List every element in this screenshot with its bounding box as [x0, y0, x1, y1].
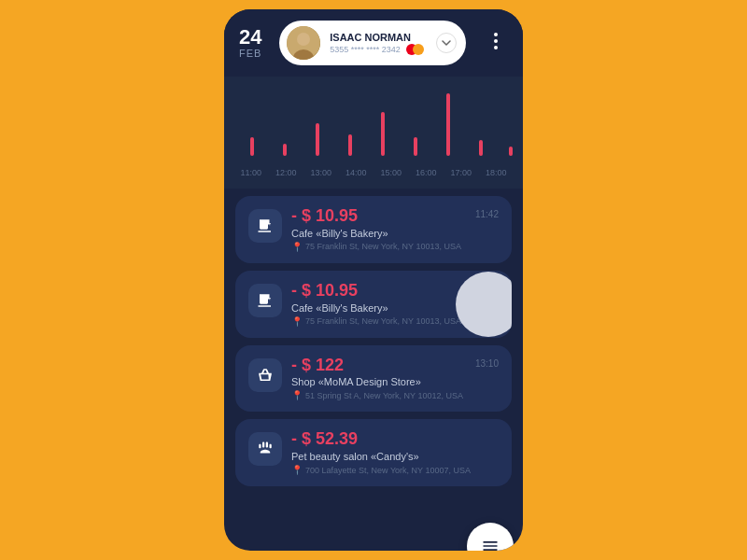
svg-point-5	[494, 46, 498, 49]
transaction-list: - $ 10.95 Cafe «Billy's Bakery» 📍 75 Fra…	[224, 189, 523, 551]
transaction-address-1: 📍 75 Franklin St, New York, NY 10013, US…	[291, 242, 499, 252]
transaction-amount-3: - $ 122	[291, 357, 499, 375]
date-block: 24 FEB	[239, 27, 261, 59]
transaction-card-4[interactable]: - $ 52.39 Pet beauty salon «Candy's» 📍 7…	[235, 419, 512, 486]
transaction-card-3[interactable]: - $ 122 Shop «MoMA Design Store» 📍 51 Sp…	[235, 345, 512, 413]
chart-label-1700: 17:00	[450, 168, 472, 177]
transaction-card-2[interactable]: - $ 10.95 Cafe «Billy's Bakery» 📍 75 Fra…	[235, 271, 512, 338]
menu-icon	[481, 537, 500, 551]
transaction-icon-4	[248, 432, 282, 466]
transaction-address-3: 📍 51 Spring St A, New York, NY 10012, US…	[291, 390, 499, 400]
transaction-icon-3	[248, 358, 282, 392]
svg-rect-8	[316, 123, 319, 156]
transaction-details-1: - $ 10.95 Cafe «Billy's Bakery» 📍 75 Fra…	[291, 207, 499, 252]
header: 24 FEB ISAAC NORMAN 5355 **** **** 2342	[224, 9, 523, 77]
avatar	[287, 26, 320, 60]
transaction-details-4: - $ 52.39 Pet beauty salon «Candy's» 📍 7…	[291, 430, 499, 475]
chart-area: 11:00 12:00 13:00 14:00 15:00 16:00 17:0…	[224, 77, 523, 189]
chart-label-1800: 18:00	[486, 168, 507, 177]
svg-rect-6	[250, 137, 254, 156]
date-month: FEB	[239, 48, 261, 59]
chart-label-1100: 11:00	[240, 168, 261, 177]
pin-icon-4: 📍	[291, 465, 303, 475]
svg-point-4	[494, 39, 498, 43]
transaction-amount-4: - $ 52.39	[291, 430, 499, 449]
pin-icon-3: 📍	[291, 390, 303, 400]
transaction-time-3: 13:10	[475, 358, 499, 369]
chart-labels: 11:00 12:00 13:00 14:00 15:00 16:00 17:0…	[224, 164, 523, 181]
svg-point-3	[494, 33, 498, 36]
transaction-icon-2	[248, 284, 282, 317]
svg-rect-9	[348, 134, 352, 156]
chevron-down-icon	[442, 38, 451, 48]
user-name: ISAAC NORMAN	[330, 32, 427, 43]
svg-rect-14	[509, 147, 513, 156]
date-day: 24	[239, 27, 261, 48]
phone-container: 24 FEB ISAAC NORMAN 5355 **** **** 2342	[224, 9, 523, 551]
transaction-time-1: 11:42	[475, 209, 499, 219]
transaction-amount-1: - $ 10.95	[291, 207, 499, 226]
pin-icon-2: 📍	[291, 316, 303, 327]
chart-label-1200: 12:00	[275, 168, 297, 177]
swipe-circle	[456, 272, 512, 337]
more-icon	[487, 33, 504, 49]
transaction-address-4: 📍 700 Lafayette St, New York, NY 10007, …	[291, 465, 499, 475]
pin-icon-1: 📍	[291, 242, 303, 252]
transaction-icon-1	[248, 209, 282, 243]
svg-point-1	[297, 33, 310, 46]
shop-icon	[257, 367, 274, 384]
svg-rect-13	[479, 140, 483, 156]
pet-icon	[257, 441, 274, 457]
svg-rect-12	[446, 93, 450, 156]
user-info: ISAAC NORMAN 5355 **** **** 2342	[330, 32, 427, 55]
dropdown-button[interactable]	[436, 33, 457, 53]
cafe-icon-2	[257, 292, 274, 309]
transaction-name-1: Cafe «Billy's Bakery»	[291, 228, 499, 239]
chart-label-1500: 15:00	[380, 168, 402, 177]
transaction-details-3: - $ 122 Shop «MoMA Design Store» 📍 51 Sp…	[291, 357, 499, 401]
mastercard-icon	[406, 44, 424, 55]
svg-rect-11	[414, 137, 417, 156]
svg-rect-7	[283, 144, 287, 156]
user-card[interactable]: ISAAC NORMAN 5355 **** **** 2342	[279, 21, 466, 65]
transaction-name-3: Shop «MoMA Design Store»	[291, 376, 499, 387]
card-number: 5355 **** **** 2342	[330, 44, 427, 55]
chart-svg	[224, 86, 523, 161]
more-options-button[interactable]	[484, 29, 508, 57]
chart-label-1600: 16:00	[416, 168, 437, 177]
cafe-icon	[257, 217, 274, 234]
transaction-card-1[interactable]: - $ 10.95 Cafe «Billy's Bakery» 📍 75 Fra…	[235, 196, 512, 263]
transaction-name-4: Pet beauty salon «Candy's»	[291, 451, 499, 462]
chart-label-1300: 13:00	[310, 168, 331, 177]
svg-rect-10	[381, 112, 385, 156]
chart-label-1400: 14:00	[345, 168, 367, 177]
